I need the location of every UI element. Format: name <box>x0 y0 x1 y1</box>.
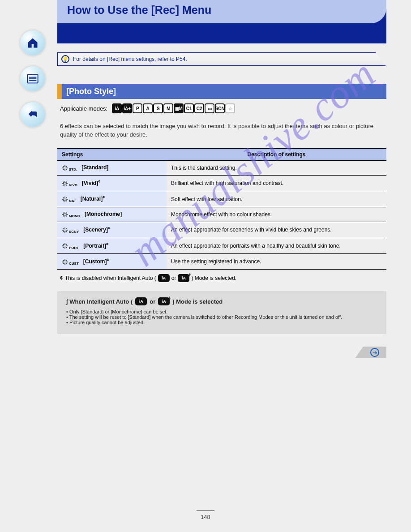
mode-icon: P <box>133 103 142 113</box>
arrow-right-icon: ➔ <box>370 348 379 357</box>
svg-line-49 <box>66 247 67 248</box>
svg-line-42 <box>66 228 67 230</box>
next-page-button[interactable]: ➔ <box>355 347 386 358</box>
svg-line-32 <box>63 212 64 214</box>
page-number: 148 <box>197 511 214 520</box>
table-row: NAT [Natural]¢Soft effect with low satur… <box>57 191 386 207</box>
svg-line-18 <box>66 182 67 183</box>
svg-line-33 <box>66 215 67 216</box>
settings-table: Settings Description of settings STD. [S… <box>57 148 386 270</box>
svg-line-50 <box>66 244 67 245</box>
tip-bar: 💡 For details on [Rec] menu settings, re… <box>57 52 386 66</box>
mode-icon: M <box>163 103 173 113</box>
svg-line-27 <box>63 200 64 202</box>
svg-line-59 <box>63 263 64 264</box>
callout-box: ∫ When Intelligent Auto ( iA or iA ) Mod… <box>57 291 386 334</box>
ia-plus-icon: iA <box>158 297 170 305</box>
svg-line-40 <box>63 228 64 230</box>
svg-line-24 <box>63 197 64 199</box>
svg-line-56 <box>63 260 64 261</box>
section-heading: [Photo Style] <box>57 84 386 99</box>
table-row: STD. [Standard]This is the standard sett… <box>57 160 386 175</box>
footnote: ¢ This is disabled when Intelligent Auto… <box>57 274 386 282</box>
mode-icon: C1 <box>184 103 194 113</box>
chapter-banner: How to Use the [Rec] Menu <box>57 0 386 43</box>
tip-text: For details on [Rec] menu settings, refe… <box>73 56 187 62</box>
tip-icon: 💡 <box>61 55 69 63</box>
svg-line-51 <box>63 247 64 248</box>
home-icon[interactable] <box>20 30 45 56</box>
ia-icon: iA <box>158 274 170 282</box>
ia-plus-icon: iA <box>178 274 189 282</box>
sidebar-nav <box>20 30 45 127</box>
svg-line-41 <box>66 231 67 232</box>
svg-line-10 <box>66 166 67 167</box>
table-row: VIVD [Vivid]¢Brilliant effect with high … <box>57 176 386 191</box>
modes-label: Applicable modes: <box>60 105 107 112</box>
ia-icon: iA <box>135 297 147 305</box>
svg-line-17 <box>66 184 67 186</box>
menu-icon[interactable] <box>20 66 45 91</box>
svg-line-35 <box>63 215 64 216</box>
mode-icon: iA <box>112 103 122 113</box>
svg-line-57 <box>66 263 67 264</box>
svg-line-25 <box>66 200 67 202</box>
svg-line-11 <box>63 168 64 170</box>
svg-line-43 <box>63 231 64 232</box>
table-row: SCNY [Scenery]¢An effect appropriate for… <box>57 222 386 238</box>
svg-line-48 <box>63 244 64 245</box>
svg-line-34 <box>66 212 67 214</box>
mode-icon: ▭ <box>205 103 214 113</box>
svg-line-19 <box>63 184 64 186</box>
chapter-title: How to Use the [Rec] Menu <box>67 4 211 16</box>
applicable-modes: Applicable modes: iAiA+PASM▦MC1C2▭SCN☆ <box>57 103 386 113</box>
table-row: PORT [Portrait]¢An effect appropriate fo… <box>57 238 386 253</box>
column-settings: Settings <box>57 148 167 160</box>
mode-icon: ☆ <box>225 103 235 113</box>
svg-line-8 <box>63 166 64 167</box>
back-icon[interactable] <box>20 102 45 127</box>
svg-line-16 <box>63 182 64 183</box>
mode-icon: ▦M <box>174 103 184 113</box>
mode-icon: S <box>153 103 163 113</box>
table-row: MONO [Monochrome]Monochrome effect with … <box>57 207 386 222</box>
mode-icon: SCN <box>215 103 225 113</box>
mode-icon: iA+ <box>122 103 132 113</box>
svg-line-26 <box>66 197 67 199</box>
svg-line-58 <box>66 260 67 261</box>
column-description: Description of settings <box>167 148 386 160</box>
svg-line-9 <box>66 168 67 170</box>
mode-icon: A <box>143 103 153 113</box>
mode-icon: C2 <box>194 103 204 113</box>
table-row: CUST [Custom]¢Use the setting registered… <box>57 254 386 270</box>
section-description: 6 effects can be selected to match the i… <box>57 122 386 139</box>
